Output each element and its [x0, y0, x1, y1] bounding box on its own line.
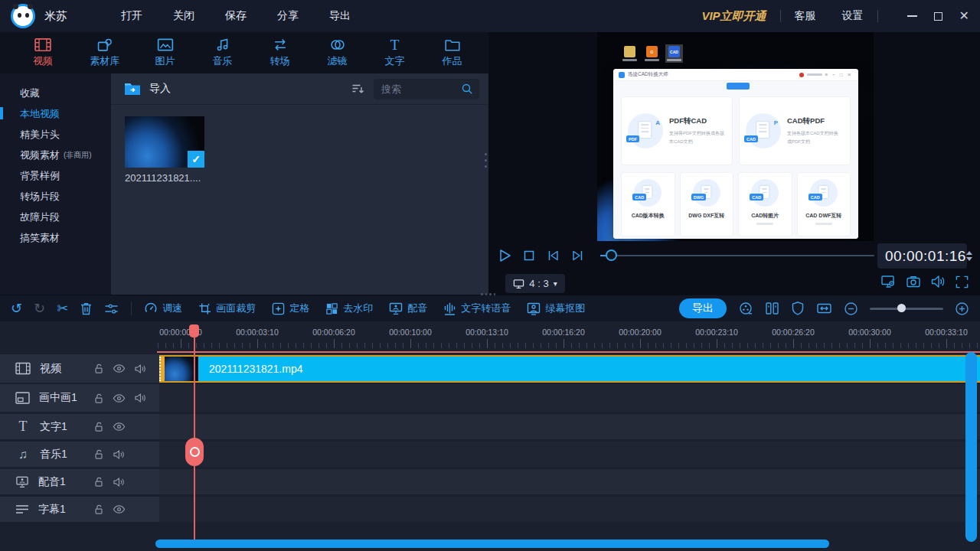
delete-trash-icon[interactable]: [80, 302, 93, 316]
lock-icon[interactable]: [93, 476, 104, 487]
shield-icon[interactable]: [791, 301, 805, 316]
seek-slider[interactable]: [600, 241, 876, 270]
visibility-eye-icon[interactable]: [113, 364, 126, 373]
zoom-in-icon[interactable]: [955, 302, 969, 316]
fit-width-icon[interactable]: [816, 301, 832, 316]
adjust-sliders-icon[interactable]: [104, 302, 119, 315]
sidebar-item-backgrounds[interactable]: 背景样例: [0, 165, 111, 186]
tool-text-to-speech[interactable]: 文字转语音: [443, 302, 511, 315]
minimize-button[interactable]: [907, 15, 917, 17]
fullscreen-icon[interactable]: [955, 275, 969, 289]
prev-frame-button[interactable]: [546, 248, 560, 263]
sidebar-item-glitch-clips[interactable]: 故障片段: [0, 207, 111, 227]
timeline-ruler[interactable]: 00:00:00:00 00:00:03:10 00:00:06:20 00:0…: [157, 328, 980, 338]
tab-music[interactable]: 音乐: [194, 37, 251, 68]
timecode-spinner[interactable]: [966, 251, 972, 261]
tool-speed[interactable]: 调速: [144, 302, 182, 315]
desktop-icons: G CAD: [621, 44, 683, 63]
lane-pip[interactable]: [159, 384, 980, 412]
reel-icon[interactable]: [738, 301, 753, 316]
zoom-slider-handle[interactable]: [897, 304, 906, 312]
visibility-eye-icon[interactable]: [113, 422, 126, 432]
timeline-vertical-scrollbar[interactable]: [965, 352, 977, 542]
tool-dubbing[interactable]: 配音: [389, 302, 427, 315]
tool-green-screen[interactable]: 绿幕抠图: [527, 302, 585, 315]
play-button[interactable]: [498, 248, 512, 263]
mute-speaker-icon[interactable]: [113, 449, 125, 460]
timecode-box[interactable]: 00:00:01:16: [877, 243, 967, 269]
timeline-horizontal-scrollbar[interactable]: [155, 540, 829, 548]
seek-track[interactable]: [600, 255, 874, 256]
settings-button[interactable]: 设置: [842, 9, 864, 23]
menu-share[interactable]: 分享: [277, 9, 299, 23]
search-input[interactable]: [381, 83, 461, 95]
sidebar-item-local-videos[interactable]: 本地视频: [0, 103, 111, 124]
tab-material-library[interactable]: 素材库: [74, 37, 136, 68]
vip-upgrade-button[interactable]: VIP立即开通: [701, 9, 766, 24]
close-button[interactable]: ✕: [959, 10, 969, 22]
tool-remove-watermark[interactable]: 去水印: [325, 302, 373, 315]
sidebar-item-favorites[interactable]: 收藏: [0, 83, 111, 103]
sidebar-item-funny-assets[interactable]: 搞笑素材: [0, 227, 111, 248]
tab-image[interactable]: 图片: [136, 37, 194, 68]
playhead-handle[interactable]: [185, 438, 204, 466]
preview-video-frame[interactable]: G CAD 迅捷CAD转换大师 ≡ − □ ✕: [597, 32, 874, 241]
tab-filter[interactable]: 滤镜: [309, 37, 366, 68]
sort-icon[interactable]: [351, 82, 364, 96]
lane-subtitle[interactable]: [159, 497, 980, 522]
menu-save[interactable]: 保存: [225, 9, 247, 23]
maximize-button[interactable]: [934, 12, 942, 21]
panel-splitter-handle[interactable]: [485, 153, 488, 171]
tab-transition[interactable]: 转场: [251, 37, 309, 68]
sidebar-item-video-assets[interactable]: 视频素材(非商用): [0, 145, 111, 165]
lane-voice[interactable]: [159, 469, 980, 494]
import-folder-icon[interactable]: [123, 81, 142, 96]
timeline-zoom-slider[interactable]: [870, 308, 943, 310]
next-frame-button[interactable]: [570, 248, 585, 263]
media-item[interactable]: ✓ 202111231821....: [125, 116, 204, 184]
visibility-eye-icon[interactable]: [113, 504, 126, 514]
lock-icon[interactable]: [93, 421, 104, 432]
playhead-flag[interactable]: [189, 324, 199, 337]
selected-check-icon[interactable]: ✓: [188, 151, 204, 168]
snapshot-camera-icon[interactable]: [906, 274, 921, 289]
search-icon[interactable]: [461, 83, 473, 95]
aspect-ratio-dropdown[interactable]: 4 : 3 ▾: [505, 274, 565, 293]
app-logo[interactable]: [11, 4, 35, 28]
lock-icon[interactable]: [93, 504, 104, 515]
display-settings-icon[interactable]: [880, 274, 897, 289]
mute-speaker-icon[interactable]: [113, 477, 125, 487]
export-button[interactable]: 导出: [679, 298, 727, 318]
undo-icon[interactable]: ↺: [11, 302, 22, 315]
visibility-eye-icon[interactable]: [113, 393, 126, 403]
import-button[interactable]: 导入: [149, 82, 171, 96]
split-view-icon[interactable]: [765, 301, 779, 316]
tab-works[interactable]: 作品: [423, 37, 481, 68]
tool-crop[interactable]: 画面裁剪: [198, 302, 256, 315]
menu-open[interactable]: 打开: [121, 9, 142, 23]
lock-icon[interactable]: [93, 393, 104, 404]
menu-close[interactable]: 关闭: [173, 9, 194, 23]
lane-music[interactable]: [159, 442, 980, 467]
sidebar-item-transitions[interactable]: 转场片段: [0, 186, 111, 207]
lock-icon[interactable]: [93, 448, 104, 460]
toolbar-drag-handle[interactable]: [481, 293, 495, 295]
tool-freeze-frame[interactable]: 定格: [272, 302, 309, 315]
redo-icon[interactable]: ↻: [34, 302, 45, 315]
lane-text[interactable]: [159, 414, 980, 439]
mute-speaker-icon[interactable]: [134, 364, 146, 374]
menu-export[interactable]: 导出: [329, 9, 351, 23]
cut-scissors-icon[interactable]: ✂: [57, 302, 68, 315]
support-button[interactable]: 客服: [795, 9, 816, 23]
tab-video[interactable]: 视频: [12, 37, 74, 68]
seek-handle[interactable]: [606, 249, 617, 261]
lock-icon[interactable]: [93, 363, 104, 374]
sidebar-item-intros[interactable]: 精美片头: [0, 124, 111, 145]
tab-text[interactable]: T 文字: [366, 37, 423, 68]
timeline-clip[interactable]: 202111231821.mp4: [159, 355, 980, 383]
volume-icon[interactable]: [930, 275, 946, 289]
stop-button[interactable]: [522, 248, 536, 263]
clip-trim-handle[interactable]: [159, 357, 165, 381]
mute-speaker-icon[interactable]: [134, 393, 146, 403]
zoom-out-icon[interactable]: [844, 302, 858, 316]
